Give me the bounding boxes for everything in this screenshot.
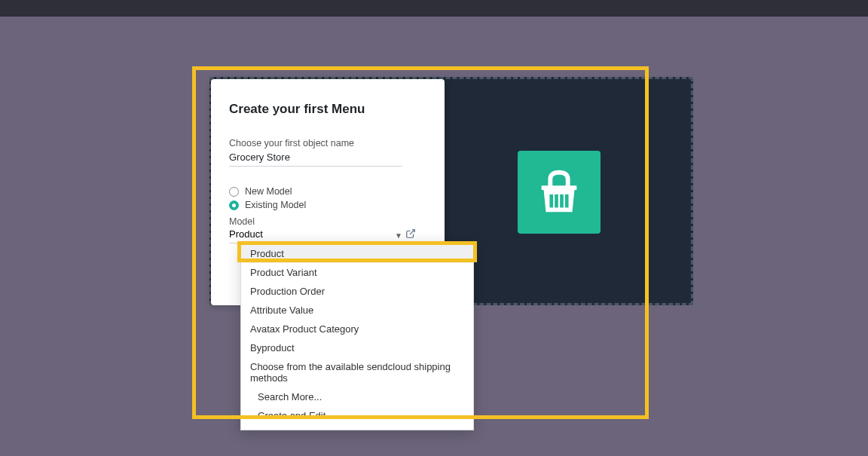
radio-checked-icon [229, 200, 239, 210]
form-title: Create your first Menu [229, 102, 426, 117]
dropdown-item-production-order[interactable]: Production Order [241, 282, 473, 301]
dropdown-item-avatax-category[interactable]: Avatax Product Category [241, 320, 473, 338]
app-icon-tile [518, 151, 601, 234]
svg-line-4 [410, 230, 414, 234]
dropdown-item-product-variant[interactable]: Product Variant [241, 263, 473, 282]
radio-existing-model[interactable]: Existing Model [229, 200, 426, 210]
object-name-input[interactable] [229, 150, 402, 167]
model-field-label: Model [229, 216, 426, 227]
radio-label: New Model [245, 186, 292, 197]
model-type-radio-group: New Model Existing Model [229, 186, 426, 210]
dropdown-search-more[interactable]: Search More... [241, 387, 473, 406]
top-bar [0, 0, 868, 17]
dropdown-item-product[interactable]: Product [241, 244, 473, 263]
shopping-basket-icon [533, 166, 585, 219]
radio-unchecked-icon [229, 187, 239, 197]
dropdown-create-edit[interactable]: Create and Edit... [241, 406, 473, 425]
radio-new-model[interactable]: New Model [229, 186, 426, 197]
dropdown-item-sendcloud[interactable]: Choose from the available sendcloud ship… [241, 357, 473, 387]
radio-label: Existing Model [245, 200, 306, 210]
model-dropdown: Product Product Variant Production Order… [240, 242, 474, 430]
external-link-icon[interactable] [405, 228, 416, 242]
model-input[interactable] [229, 227, 392, 243]
dropdown-item-byproduct[interactable]: Byproduct [241, 338, 473, 357]
dropdown-item-attribute-value[interactable]: Attribute Value [241, 301, 473, 320]
chevron-down-icon[interactable]: ▼ [395, 231, 402, 240]
object-name-label: Choose your first object name [229, 138, 426, 148]
